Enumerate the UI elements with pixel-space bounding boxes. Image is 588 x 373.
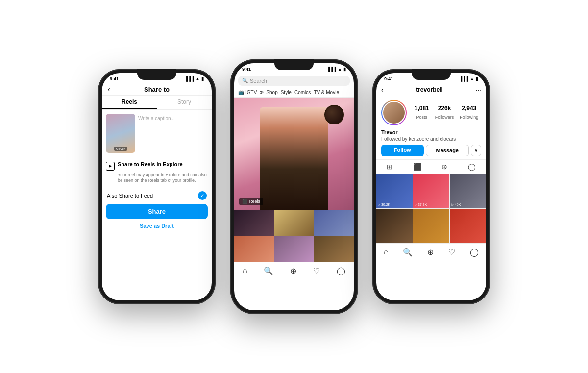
signal-icon-3: ▐▐▐ [459, 76, 468, 81]
status-icons-3: ▐▐▐ ▲ ▮ [459, 76, 478, 81]
basketball [324, 105, 344, 124]
stat-following: 2,943 Following [460, 105, 478, 121]
nav-profile[interactable]: ◯ [337, 266, 345, 275]
phone-1: 9:41 ▐▐▐ ▲ ▮ ‹ Share to Reels Story [98, 69, 216, 304]
nav-profile-3[interactable]: ◯ [470, 248, 479, 257]
phone-3-screen: 9:41 ▐▐▐ ▲ ▮ ‹ trevorbell ··· [376, 73, 486, 300]
status-bar-2: 9:41 ▐▐▐ ▲ ▮ [234, 63, 354, 74]
nav-search-3[interactable]: 🔍 [403, 248, 413, 257]
search-icon: 🔍 [242, 78, 248, 83]
nav-bar-3: ⌂ 🔍 ⊕ ♡ ◯ [376, 243, 486, 259]
post-2[interactable]: ▷ 37.3K [413, 174, 449, 208]
phone-3: 9:41 ▐▐▐ ▲ ▮ ‹ trevorbell ··· [372, 69, 490, 304]
tab-grid-icon[interactable]: ⊞ [387, 163, 392, 171]
wifi-icon-2: ▲ [338, 67, 342, 72]
status-time-2: 9:41 [242, 67, 251, 72]
status-bar-1: 9:41 ▐▐▐ ▲ ▮ [102, 73, 212, 84]
follow-button[interactable]: Follow [381, 145, 424, 156]
nav-heart-3[interactable]: ♡ [448, 248, 455, 257]
content-grid: ▷ 30.2K ▷ 37.3K ▷ 45K [376, 174, 486, 243]
message-button[interactable]: Message [426, 145, 469, 156]
post-5[interactable] [413, 209, 449, 243]
stat-followers: 226k Followers [435, 105, 454, 121]
signal-icon-2: ▐▐▐ [327, 67, 336, 72]
tab-tag-icon[interactable]: ⊕ [441, 163, 447, 171]
profile-actions: Follow Message ∨ [376, 145, 486, 159]
cat-style[interactable]: Style [281, 90, 292, 95]
cat-tv[interactable]: TV & Movie [314, 90, 339, 95]
grid-cell-1[interactable] [234, 210, 274, 236]
nav-search[interactable]: 🔍 [264, 266, 273, 275]
search-bar[interactable]: 🔍 Search [238, 76, 350, 86]
tab-person-icon[interactable]: ◯ [468, 163, 476, 171]
reel-thumbnail: Cover [106, 114, 135, 153]
more-dropdown-button[interactable]: ∨ [471, 145, 481, 156]
search-input[interactable]: Search [250, 78, 267, 84]
save-draft-button[interactable]: Save as Draft [102, 223, 212, 232]
phone-2-screen: 9:41 ▐▐▐ ▲ ▮ 🔍 Search 📺IGTV 🛍Shop Style … [234, 63, 354, 310]
username: trevorbell [416, 86, 443, 93]
phone-2: 9:41 ▐▐▐ ▲ ▮ 🔍 Search 📺IGTV 🛍Shop Style … [230, 59, 358, 314]
post-6[interactable] [450, 209, 486, 243]
avatar [381, 100, 407, 125]
cat-igtv[interactable]: 📺IGTV [238, 90, 257, 95]
reels-icon: ▶ [106, 162, 115, 171]
nav-heart[interactable]: ♡ [313, 266, 320, 275]
nav-add-3[interactable]: ⊕ [427, 248, 434, 257]
share-reels-title: Share to Reels in Explore [118, 161, 183, 167]
view-count-2: ▷ 37.3K [415, 203, 427, 207]
reels-badge: ⬛ Reels [239, 198, 263, 205]
tab-story[interactable]: Story [157, 96, 212, 109]
phone-1-screen: 9:41 ▐▐▐ ▲ ▮ ‹ Share to Reels Story [102, 73, 212, 300]
status-bar-3: 9:41 ▐▐▐ ▲ ▮ [376, 73, 486, 84]
caption-input[interactable]: Write a caption... [138, 114, 208, 153]
grid-cell-4[interactable] [234, 236, 274, 262]
grid-cell-3[interactable] [314, 210, 354, 236]
status-time-1: 9:41 [110, 76, 119, 81]
hero-reel: ⬛ Reels [234, 98, 354, 210]
cat-shop[interactable]: 🛍Shop [260, 90, 277, 95]
post-3[interactable]: ▷ 45K [450, 174, 486, 208]
categories-bar: 📺IGTV 🛍Shop Style Comics TV & Movie [234, 88, 354, 98]
status-icons-1: ▐▐▐ ▲ ▮ [185, 76, 204, 81]
grid-cell-6[interactable] [314, 236, 354, 262]
view-count-3: ▷ 45K [451, 203, 461, 207]
post-4[interactable] [376, 209, 413, 243]
nav-home-3[interactable]: ⌂ [384, 248, 389, 257]
status-icons-2: ▐▐▐ ▲ ▮ [327, 67, 346, 72]
profile-stats: 1,081 Posts 226k Followers 2,943 Followi… [412, 105, 481, 121]
wifi-icon-3: ▲ [470, 76, 474, 81]
cat-comics[interactable]: Comics [294, 90, 311, 95]
more-options-icon[interactable]: ··· [475, 86, 481, 94]
tab-reels-icon[interactable]: ⬛ [413, 163, 421, 171]
following-label: Following [460, 115, 478, 120]
profile-section: 1,081 Posts 226k Followers 2,943 Followi… [376, 96, 486, 129]
posts-label: Posts [416, 115, 427, 120]
followed-by: Followed by kenzoere and eloears [376, 136, 486, 145]
grid-cell-2[interactable] [274, 210, 314, 236]
share-reels-desc: Your reel may appear in Explore and can … [118, 173, 208, 184]
stat-posts: 1,081 Posts [415, 105, 429, 121]
also-share-row: Also Share to Feed ✓ [106, 191, 208, 200]
signal-icon: ▐▐▐ [185, 76, 194, 81]
content-tabs: ⊞ ⬛ ⊕ ◯ [376, 159, 486, 174]
status-time-3: 9:41 [384, 76, 393, 81]
grid-cell-5[interactable] [274, 236, 314, 262]
view-count-1: ▷ 30.2K [378, 203, 390, 207]
share-button[interactable]: Share [106, 204, 208, 219]
profile-name: Trevor [376, 129, 486, 136]
nav-add[interactable]: ⊕ [290, 266, 296, 275]
scene: 9:41 ▐▐▐ ▲ ▮ ‹ Share to Reels Story [88, 50, 500, 324]
back-button-1[interactable]: ‹ [108, 85, 110, 93]
back-button-3[interactable]: ‹ [381, 86, 384, 94]
battery-icon-3: ▮ [476, 76, 478, 81]
post-1[interactable]: ▷ 30.2K [376, 174, 413, 208]
posts-count: 1,081 [415, 105, 429, 112]
cover-label: Cover [114, 147, 127, 151]
also-share-label: Also Share to Feed [107, 193, 153, 199]
also-share-toggle[interactable]: ✓ [198, 191, 207, 200]
nav-home[interactable]: ⌂ [243, 266, 247, 275]
profile-header: ‹ trevorbell ··· [376, 84, 486, 96]
phone1-header: ‹ Share to [102, 84, 212, 96]
tab-reels[interactable]: Reels [102, 96, 157, 109]
